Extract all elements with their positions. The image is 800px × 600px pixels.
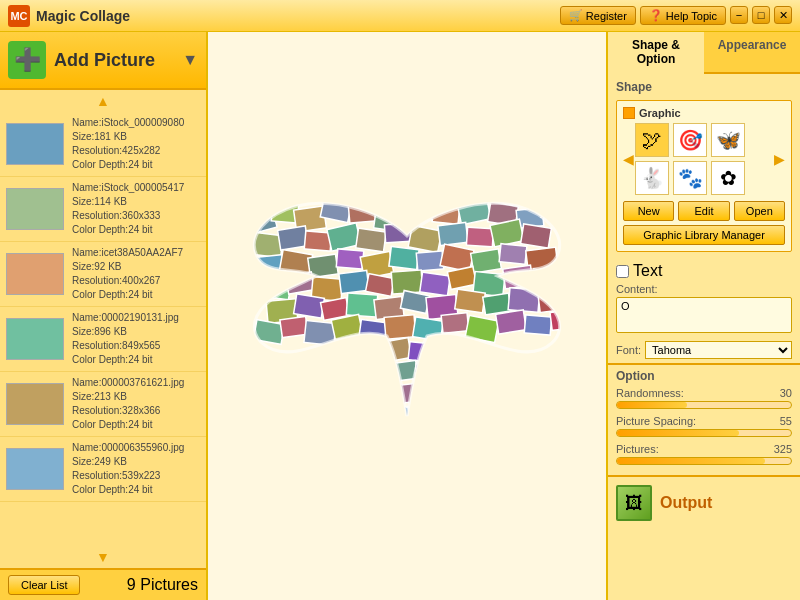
pic-thumb bbox=[6, 188, 64, 230]
clear-list-button[interactable]: Clear List bbox=[8, 575, 80, 595]
scroll-up-arrow[interactable]: ▲ bbox=[0, 90, 206, 112]
svg-rect-23 bbox=[521, 224, 552, 248]
text-checkbox-row: Text bbox=[616, 262, 792, 280]
scroll-down-arrow[interactable]: ▼ bbox=[0, 546, 206, 568]
pictures-row: Pictures: 325 bbox=[616, 443, 792, 465]
open-shape-button[interactable]: Open bbox=[734, 201, 785, 221]
pic-info: Name:iStock_000009080 Size:181 KB Resolu… bbox=[72, 116, 184, 172]
spacing-track[interactable] bbox=[616, 429, 792, 437]
list-item[interactable]: Name:iStock_000009080 Size:181 KB Resolu… bbox=[0, 112, 206, 177]
shapes-nav-right[interactable]: ▶ bbox=[774, 151, 785, 167]
pic-info: Name:iStock_000005417 Size:114 KB Resolu… bbox=[72, 181, 184, 237]
randomness-fill bbox=[617, 402, 687, 408]
font-label: Font: bbox=[616, 344, 641, 356]
shape-butterfly[interactable]: 🦋 bbox=[711, 123, 745, 157]
list-item[interactable]: Name:000006355960.jpg Size:249 KB Resolu… bbox=[0, 437, 206, 502]
minimize-button[interactable]: − bbox=[730, 6, 748, 24]
shape-bird[interactable]: 🕊 bbox=[635, 123, 669, 157]
pic-thumb bbox=[6, 383, 64, 425]
titlebar: MC Magic Collage 🛒 Register ❓ Help Topic… bbox=[0, 0, 800, 32]
text-label: Text bbox=[633, 262, 662, 280]
list-item[interactable]: Name:000003761621.jpg Size:213 KB Resolu… bbox=[0, 372, 206, 437]
svg-rect-47 bbox=[294, 294, 325, 318]
svg-rect-67 bbox=[524, 315, 551, 335]
spacing-row: Picture Spacing: 55 bbox=[616, 415, 792, 437]
svg-rect-38 bbox=[339, 270, 369, 293]
svg-rect-33 bbox=[499, 244, 527, 265]
content-label: Content: bbox=[616, 283, 792, 295]
center-panel bbox=[208, 32, 608, 600]
app-icon: MC bbox=[8, 5, 30, 27]
dropdown-arrow-icon[interactable]: ▼ bbox=[182, 51, 198, 69]
text-section: Text Content: O Font: Tahoma Arial Times… bbox=[608, 258, 800, 363]
pictures-slider-value: 325 bbox=[774, 443, 792, 455]
randomness-row: Randomness: 30 bbox=[616, 387, 792, 409]
shape-buttons: New Edit Open bbox=[623, 201, 785, 221]
graphic-dot bbox=[623, 107, 635, 119]
option-title: Option bbox=[616, 369, 792, 383]
new-shape-button[interactable]: New bbox=[623, 201, 674, 221]
pictures-slider-label: Pictures: bbox=[616, 443, 659, 455]
shape-section: Shape Graphic ◀ 🕊 🎯 🦋 🐇 🐾 ✿ bbox=[608, 74, 800, 258]
svg-rect-27 bbox=[336, 249, 363, 269]
graphic-box: Graphic ◀ 🕊 🎯 🦋 🐇 🐾 ✿ ▶ New bbox=[616, 100, 792, 252]
spacing-label: Picture Spacing: bbox=[616, 415, 696, 427]
bottom-bar: Clear List 9 Pictures bbox=[0, 568, 206, 600]
svg-rect-29 bbox=[389, 246, 419, 269]
pic-info: Name:icet38A50AA2AF7 Size:92 KB Resoluti… bbox=[72, 246, 183, 302]
pictures-track[interactable] bbox=[616, 457, 792, 465]
right-panel: Shape & Option Appearance Shape Graphic … bbox=[608, 32, 800, 600]
shape-target[interactable]: 🎯 bbox=[673, 123, 707, 157]
output-label: Output bbox=[660, 494, 712, 512]
svg-rect-21 bbox=[466, 227, 493, 247]
shape-paw[interactable]: 🐾 bbox=[673, 161, 707, 195]
svg-rect-30 bbox=[416, 251, 443, 271]
pic-info: Name:000003761621.jpg Size:213 KB Resolu… bbox=[72, 376, 184, 432]
shape-rabbit[interactable]: 🐇 bbox=[635, 161, 669, 195]
svg-rect-41 bbox=[420, 272, 451, 296]
library-manager-button[interactable]: Graphic Library Manager bbox=[623, 225, 785, 245]
add-picture-bar: ➕ Add Picture ▼ bbox=[0, 32, 206, 90]
svg-rect-39 bbox=[366, 274, 395, 297]
svg-rect-32 bbox=[471, 249, 502, 273]
font-row: Font: Tahoma Arial Times New Roman bbox=[616, 341, 792, 359]
pictures-fill bbox=[617, 458, 765, 464]
svg-rect-20 bbox=[438, 222, 468, 245]
spacing-value: 55 bbox=[780, 415, 792, 427]
tab-bar: Shape & Option Appearance bbox=[608, 32, 800, 74]
font-select[interactable]: Tahoma Arial Times New Roman bbox=[645, 341, 792, 359]
close-button[interactable]: ✕ bbox=[774, 6, 792, 24]
output-icon: 🖼 bbox=[616, 485, 652, 521]
randomness-value: 30 bbox=[780, 387, 792, 399]
help-button[interactable]: ❓ Help Topic bbox=[640, 6, 726, 25]
svg-rect-17 bbox=[356, 228, 387, 252]
left-panel: ➕ Add Picture ▼ ▲ Name:iStock_000009080 … bbox=[0, 32, 208, 600]
add-picture-label: Add Picture bbox=[54, 50, 174, 71]
list-item[interactable]: Name:00002190131.jpg Size:896 KB Resolut… bbox=[0, 307, 206, 372]
text-checkbox[interactable] bbox=[616, 265, 629, 278]
svg-rect-54 bbox=[483, 293, 511, 315]
add-picture-icon: ➕ bbox=[8, 41, 46, 79]
main-area: ➕ Add Picture ▼ ▲ Name:iStock_000009080 … bbox=[0, 32, 800, 600]
svg-rect-49 bbox=[346, 293, 377, 317]
pic-thumb bbox=[6, 448, 64, 490]
tab-appearance[interactable]: Appearance bbox=[704, 32, 800, 72]
content-input[interactable]: O bbox=[616, 297, 792, 333]
svg-rect-62 bbox=[384, 315, 416, 340]
pic-info: Name:00002190131.jpg Size:896 KB Resolut… bbox=[72, 311, 179, 367]
randomness-label: Randomness: bbox=[616, 387, 684, 399]
pic-info: Name:000006355960.jpg Size:249 KB Resolu… bbox=[72, 441, 184, 497]
app-title: Magic Collage bbox=[36, 8, 560, 24]
graphic-label: Graphic bbox=[623, 107, 785, 119]
list-item[interactable]: Name:icet38A50AA2AF7 Size:92 KB Resoluti… bbox=[0, 242, 206, 307]
register-button[interactable]: 🛒 Register bbox=[560, 6, 636, 25]
output-section[interactable]: 🖼 Output bbox=[608, 475, 800, 529]
randomness-track[interactable] bbox=[616, 401, 792, 409]
restore-button[interactable]: □ bbox=[752, 6, 770, 24]
cart-icon: 🛒 bbox=[569, 9, 583, 22]
tab-shape-option[interactable]: Shape & Option bbox=[608, 32, 704, 74]
shape-flower[interactable]: ✿ bbox=[711, 161, 745, 195]
list-item[interactable]: Name:iStock_000005417 Size:114 KB Resolu… bbox=[0, 177, 206, 242]
edit-shape-button[interactable]: Edit bbox=[678, 201, 729, 221]
svg-rect-66 bbox=[496, 310, 527, 334]
